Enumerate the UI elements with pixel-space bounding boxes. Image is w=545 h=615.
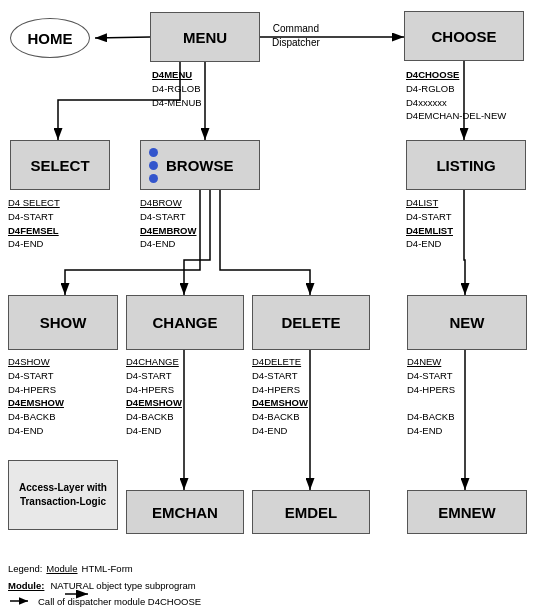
browse-code-label: D4BROW D4-START D4EMBROW D4-END xyxy=(140,196,196,251)
choose-code-label: D4CHOOSE D4-RGLOB D4xxxxxx D4EMCHAN-DEL-… xyxy=(406,68,506,123)
listing-box: LISTING xyxy=(406,140,526,190)
new-label: NEW xyxy=(450,314,485,331)
show-code-label: D4SHOW D4-START D4-HPERS D4EMSHOW D4-BAC… xyxy=(8,355,64,438)
emdel-box: EMDEL xyxy=(252,490,370,534)
emchan-label: EMCHAN xyxy=(152,504,218,521)
menu-label: MENU xyxy=(183,29,227,46)
home-label: HOME xyxy=(28,30,73,47)
browse-dots xyxy=(149,148,158,183)
emchan-box: EMCHAN xyxy=(126,490,244,534)
show-label: SHOW xyxy=(40,314,87,331)
show-box: SHOW xyxy=(8,295,118,350)
access-layer-label: Access-Layer withTransaction-Logic xyxy=(8,460,118,530)
new-box: NEW xyxy=(407,295,527,350)
listing-code-label: D4LIST D4-START D4EMLIST D4-END xyxy=(406,196,453,251)
browse-label: BROWSE xyxy=(166,157,234,174)
home-box: HOME xyxy=(10,18,90,58)
choose-label: CHOOSE xyxy=(431,28,496,45)
emnew-box: EMNEW xyxy=(407,490,527,534)
browse-box: BROWSE xyxy=(140,140,260,190)
change-box: CHANGE xyxy=(126,295,244,350)
delete-code-label: D4DELETE D4-START D4-HPERS D4EMSHOW D4-B… xyxy=(252,355,308,438)
new-code-label: D4NEW D4-START D4-HPERS D4-BACKB D4-END xyxy=(407,355,455,438)
choose-box: CHOOSE xyxy=(404,11,524,61)
listing-label: LISTING xyxy=(436,157,495,174)
emdel-label: EMDEL xyxy=(285,504,338,521)
command-dispatcher-label: CommandDispatcher xyxy=(272,22,320,50)
delete-label: DELETE xyxy=(281,314,340,331)
menu-code-label: D4MENU D4-RGLOB D4-MENUB xyxy=(152,68,202,109)
select-box: SELECT xyxy=(10,140,110,190)
svg-line-2 xyxy=(95,37,150,38)
select-code-label: D4 SELECT D4-START D4FEMSEL D4-END xyxy=(8,196,60,251)
menu-box: MENU xyxy=(150,12,260,62)
change-label: CHANGE xyxy=(152,314,217,331)
select-label: SELECT xyxy=(30,157,89,174)
change-code-label: D4CHANGE D4-START D4-HPERS D4EMSHOW D4-B… xyxy=(126,355,182,438)
emnew-label: EMNEW xyxy=(438,504,496,521)
delete-box: DELETE xyxy=(252,295,370,350)
legend: Legend: Module HTML-Form Module: NATURAL… xyxy=(8,561,201,609)
